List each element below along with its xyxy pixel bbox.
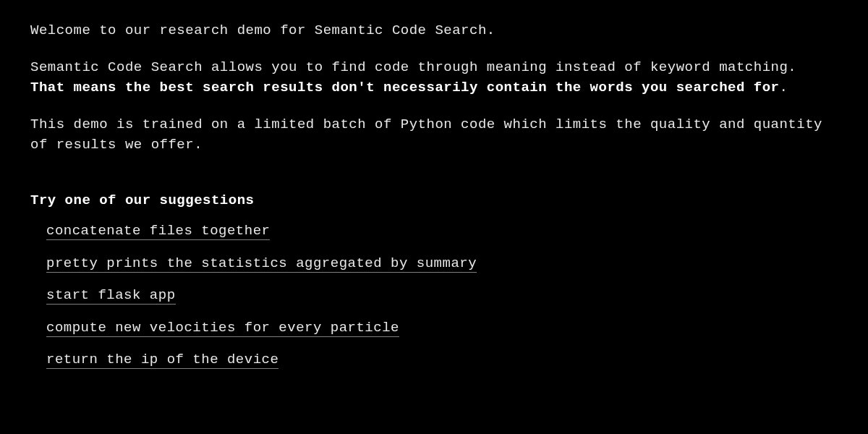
suggestion-item: concatenate files together [46,221,838,242]
suggestions-header: Try one of our suggestions [30,190,838,211]
intro-p2-tail: . [779,80,788,95]
suggestion-item: pretty prints the statistics aggregated … [46,253,838,274]
suggestion-link-start-flask[interactable]: start flask app [46,287,176,305]
suggestion-link-pretty-prints[interactable]: pretty prints the statistics aggregated … [46,255,477,273]
suggestion-link-compute-velocities[interactable]: compute new velocities for every particl… [46,320,399,337]
intro-p2-bold: That means the best search results don't… [30,80,779,95]
suggestion-item: return the ip of the device [46,349,838,370]
intro-paragraph-1: Welcome to our research demo for Semanti… [30,20,838,41]
suggestion-link-concatenate[interactable]: concatenate files together [46,223,270,240]
suggestion-list: concatenate files together pretty prints… [30,221,838,370]
intro-paragraph-3: This demo is trained on a limited batch … [30,114,838,156]
intro-p2-lead: Semantic Code Search allows you to find … [30,59,796,75]
intro-paragraph-2: Semantic Code Search allows you to find … [30,57,838,98]
suggestion-link-return-ip[interactable]: return the ip of the device [46,352,278,369]
suggestion-item: start flask app [46,285,838,306]
suggestion-item: compute new velocities for every particl… [46,318,838,339]
